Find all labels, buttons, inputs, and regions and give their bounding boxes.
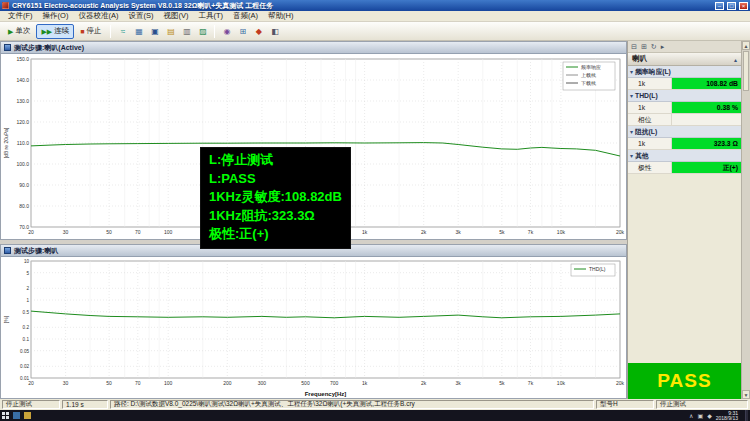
sidebar-section-other[interactable]: ▾ 其他	[628, 150, 741, 162]
svg-text:10: 10	[24, 259, 30, 264]
sidebar-scrollbar[interactable]: ▲ ▼	[741, 41, 750, 399]
row-name: 1k	[628, 102, 672, 113]
svg-text:Frequency[Hz]: Frequency[Hz]	[305, 391, 347, 397]
overlay-sensitivity-line: 1KHz灵敏度:108.82dB	[209, 188, 342, 207]
menu-settings[interactable]: 设置(S)	[123, 11, 158, 21]
section-label: 其他	[635, 151, 649, 161]
save-button[interactable]: ▣	[147, 24, 162, 39]
maximize-button[interactable]: □	[727, 2, 736, 10]
menu-file[interactable]: 文件(F)	[3, 11, 38, 21]
svg-text:[%]: [%]	[3, 315, 9, 323]
svg-text:2k: 2k	[421, 229, 427, 235]
scroll-down-icon[interactable]: ▼	[742, 390, 750, 399]
sidebar-section-thd[interactable]: ▾ THD(L)	[628, 90, 741, 102]
single-test-button[interactable]: ▶ 单次	[3, 24, 35, 39]
chart-view-button[interactable]: ▦	[131, 24, 146, 39]
continuous-test-button[interactable]: ▶▶ 连续	[36, 24, 74, 39]
status-bar: 停止测试 1.19 s 路径: D:\测试数据V8.0_0225\喇叭测试\32…	[0, 399, 750, 410]
pass-result-box: PASS	[628, 363, 741, 399]
menu-audio[interactable]: 音频(A)	[228, 11, 263, 21]
svg-text:130.0: 130.0	[16, 98, 29, 104]
show-desktop-button[interactable]	[745, 410, 748, 421]
collapse-icon[interactable]: ⊟	[631, 43, 637, 51]
taskbar-clock[interactable]: 9:31 2018/9/13	[716, 411, 741, 421]
svg-text:2: 2	[26, 286, 29, 291]
svg-text:100.0: 100.0	[16, 161, 29, 167]
svg-text:500: 500	[301, 380, 310, 386]
svg-text:300: 300	[258, 380, 267, 386]
tray-expand-icon[interactable]: ∧	[689, 413, 693, 419]
report-icon: ▨	[199, 27, 207, 36]
svg-text:频率响应: 频率响应	[581, 64, 601, 70]
thd-chart: 203050701002003005007001k2k3k5k7k10k20k1…	[1, 257, 626, 398]
sidebar-section-impedance[interactable]: ▾ 阻抗(L)	[628, 126, 741, 138]
calibrate-button[interactable]: ◉	[219, 24, 234, 39]
svg-text:1k: 1k	[362, 380, 368, 386]
single-test-label: 单次	[15, 26, 30, 36]
svg-text:5: 5	[26, 271, 29, 276]
expand-icon[interactable]: ⊞	[641, 43, 647, 51]
triangle-down-icon: ▾	[630, 68, 633, 75]
section-label: 频率响应(L)	[635, 67, 671, 77]
section-label: 阻抗(L)	[635, 127, 657, 137]
status-message: 停止测试	[656, 400, 748, 409]
close-button[interactable]: ×	[739, 2, 748, 10]
overlay-status-line: L:停止测试	[209, 151, 342, 170]
signal-curve-button[interactable]: ≈	[115, 24, 130, 39]
refresh-icon[interactable]: ↻	[651, 43, 657, 51]
status-model: 型号H	[596, 400, 654, 409]
main-toolbar: ▶ 单次 ▶▶ 连续 ■ 停止 ≈ ▦ ▣ ▤ ▥ ▨ ◉ ⊞ ◆ ◧	[0, 22, 750, 41]
overlay-pass-line: L:PASS	[209, 170, 342, 189]
start-button[interactable]	[2, 412, 9, 419]
scroll-up-icon[interactable]: ▲	[742, 41, 750, 50]
triangle-down-icon: ▾	[630, 152, 633, 159]
svg-text:7k: 7k	[528, 380, 534, 386]
layout-button[interactable]: ⊞	[235, 24, 250, 39]
svg-text:上载线: 上载线	[581, 72, 596, 78]
stop-test-button[interactable]: ■ 停止	[75, 24, 106, 39]
sidebar-section-frequency-response[interactable]: ▾ 频率响应(L)	[628, 66, 741, 78]
continuous-test-label: 连续	[54, 26, 69, 36]
menu-operate[interactable]: 操作(O)	[38, 11, 74, 21]
status-time: 1.19 s	[62, 400, 108, 409]
open-file-button[interactable]: ▤	[163, 24, 178, 39]
section-label: THD(L)	[635, 92, 658, 99]
chart-icon: ▦	[135, 27, 143, 36]
chevron-up-icon: ▴	[734, 56, 737, 63]
taskbar-app-icon[interactable]	[24, 412, 31, 419]
menu-calibration[interactable]: 仪器校准(A)	[73, 11, 123, 21]
status-state: 停止测试	[2, 400, 60, 409]
svg-text:140.0: 140.0	[16, 77, 29, 83]
svg-text:3k: 3k	[456, 380, 462, 386]
print-button[interactable]: ▥	[179, 24, 194, 39]
panel-toggle-button[interactable]: ◧	[267, 24, 282, 39]
wave-icon: ≈	[121, 27, 125, 36]
svg-text:10k: 10k	[557, 380, 566, 386]
menu-tools[interactable]: 工具(T)	[193, 11, 228, 21]
taskbar-app-icon[interactable]	[13, 412, 20, 419]
minimize-button[interactable]: –	[715, 2, 724, 10]
marker-button[interactable]: ◆	[251, 24, 266, 39]
volume-icon[interactable]: ◆	[707, 413, 712, 419]
svg-text:7k: 7k	[528, 229, 534, 235]
svg-text:1k: 1k	[362, 229, 368, 235]
svg-text:5k: 5k	[499, 380, 505, 386]
app-icon	[2, 2, 9, 9]
menu-view[interactable]: 视图(V)	[158, 11, 193, 21]
svg-text:1: 1	[26, 298, 29, 303]
window-title: CRY6151 Electro-acoustic Analysis System…	[12, 1, 712, 11]
sidebar-device-header[interactable]: 喇叭 ▴	[628, 53, 741, 66]
table-row: 1k 108.82 dB	[628, 78, 741, 90]
top-chart-header: 测试步骤:喇叭(Active)	[1, 42, 626, 54]
row-value: 正(+)	[672, 162, 741, 173]
network-icon[interactable]: ▣	[697, 413, 703, 419]
top-chart-title: 测试步骤:喇叭(Active)	[14, 43, 84, 53]
menu-help[interactable]: 帮助(H)	[263, 11, 298, 21]
svg-text:[dB re 20uPa]: [dB re 20uPa]	[3, 127, 9, 158]
chevron-right-icon[interactable]: ▸	[661, 43, 665, 51]
report-button[interactable]: ▨	[195, 24, 210, 39]
svg-text:80.0: 80.0	[19, 203, 29, 209]
svg-text:20k: 20k	[616, 380, 625, 386]
scrollbar-thumb[interactable]	[743, 51, 749, 91]
svg-text:10k: 10k	[557, 229, 566, 235]
